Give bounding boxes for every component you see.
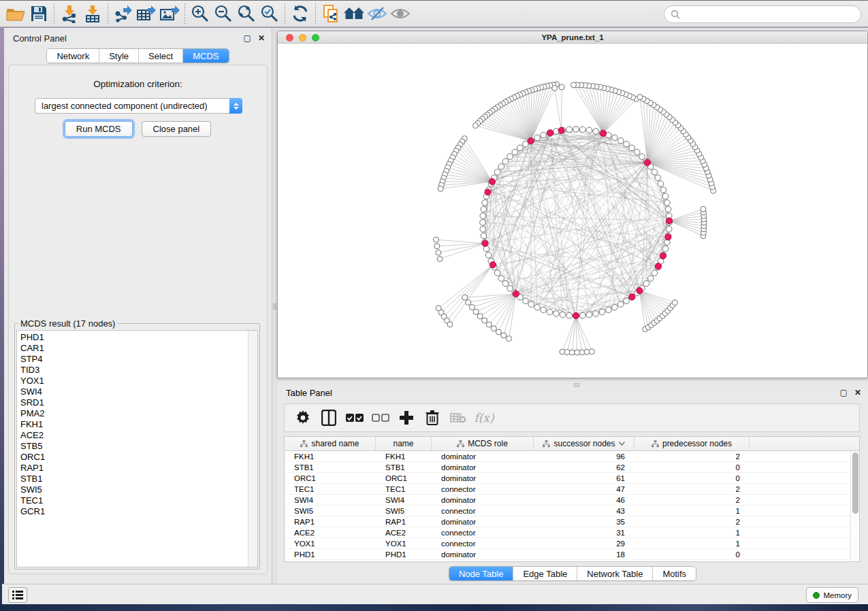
mcds-result-item[interactable]: CAR1 <box>20 343 257 354</box>
float-panel-icon[interactable]: ▢ <box>244 34 251 42</box>
column-header-predecessor-nodes[interactable]: predecessor nodes <box>634 437 750 450</box>
memory-button[interactable]: Memory <box>806 587 858 603</box>
add-button[interactable] <box>393 406 419 429</box>
mcds-result-item[interactable]: TID3 <box>20 365 257 376</box>
table-row[interactable]: ORC1ORC1dominator610 <box>285 473 859 484</box>
unselect-all-icon <box>372 413 389 423</box>
task-history-button[interactable] <box>8 587 27 603</box>
table-row[interactable]: STB1STB1dominator620 <box>285 462 859 473</box>
table-row[interactable]: ACE2ACE2connector311 <box>285 527 859 538</box>
mcds-result-list[interactable]: PHD1CAR1STP4TID3YOX1SWI4SRD1PMA2FKH1ACE2… <box>16 330 258 567</box>
column-header-name[interactable]: name <box>376 437 432 450</box>
table-row[interactable]: SWI5SWI5connector431 <box>285 506 859 516</box>
refresh-button[interactable] <box>289 3 312 24</box>
columns-button[interactable] <box>316 406 342 429</box>
tab-style[interactable]: Style <box>99 49 139 63</box>
run-mcds-button[interactable]: Run MCDS <box>65 121 133 137</box>
vertical-splitter[interactable] <box>272 28 277 584</box>
table-scrollbar[interactable] <box>850 452 859 561</box>
mcds-result-item[interactable]: YOX1 <box>20 376 257 386</box>
mcds-result-item[interactable]: STB5 <box>20 441 257 452</box>
zoom-fit-button[interactable] <box>235 3 258 24</box>
mcds-result-item[interactable]: SWI5 <box>20 484 257 495</box>
table-row[interactable]: FKH1FKH1dominator962 <box>285 451 859 462</box>
unselect-all-button[interactable] <box>368 406 393 429</box>
hide-selected-button[interactable] <box>366 3 389 24</box>
control-panel: Control Panel ▢ ✕ NetworkStyleSelectMCDS… <box>4 28 272 584</box>
float-table-panel-icon[interactable]: ▢ <box>840 389 848 397</box>
mcds-result-item[interactable]: ACE2 <box>20 430 257 441</box>
tab-network-table[interactable]: Network Table <box>577 567 653 580</box>
zoom-out-button[interactable] <box>212 3 235 24</box>
table-cell: 43 <box>534 507 634 515</box>
mcds-result-scrollbar[interactable] <box>248 331 257 567</box>
delete-button[interactable] <box>419 406 445 429</box>
window-maximize-icon[interactable] <box>312 34 319 42</box>
mcds-result-item[interactable]: FKH1 <box>20 419 257 430</box>
mcds-result-item[interactable]: PHD1 <box>20 332 257 343</box>
network-canvas[interactable] <box>278 44 867 378</box>
open-session-button[interactable] <box>4 3 27 24</box>
close-table-panel-icon[interactable]: ✕ <box>854 389 861 397</box>
mcds-result-item[interactable]: TEC1 <box>20 495 257 506</box>
import-table-button[interactable] <box>81 3 104 24</box>
mcds-result-item[interactable]: RAP1 <box>20 463 257 474</box>
window-close-icon[interactable] <box>286 34 293 42</box>
close-panel-button[interactable]: Close panel <box>142 121 212 137</box>
tab-node-table[interactable]: Node Table <box>449 567 514 580</box>
table-cell: ACE2 <box>285 529 376 537</box>
table-cell: FKH1 <box>285 452 376 461</box>
tab-network[interactable]: Network <box>47 49 99 63</box>
close-panel-icon[interactable]: ✕ <box>258 34 265 42</box>
column-header-shared-name[interactable]: shared name <box>285 437 376 450</box>
export-image-button[interactable] <box>158 3 181 24</box>
zoom-in-button[interactable] <box>189 3 212 24</box>
mcds-result-item[interactable]: SRD1 <box>20 397 257 408</box>
table-scrollbar-thumb[interactable] <box>852 452 858 514</box>
optimization-criterion-dropdown[interactable]: largest connected component (undirected) <box>35 98 242 114</box>
control-panel-tabbar: NetworkStyleSelectMCDS <box>46 48 229 63</box>
mcds-result-item[interactable]: STB1 <box>20 474 257 484</box>
show-all-button[interactable] <box>389 3 412 24</box>
table-row[interactable]: RAP1RAP1dominator352 <box>285 516 859 527</box>
import-network-button[interactable] <box>58 3 81 24</box>
tab-motifs[interactable]: Motifs <box>653 567 696 580</box>
gear-button[interactable] <box>290 406 316 429</box>
tab-mcds[interactable]: MCDS <box>183 49 228 63</box>
window-minimize-icon[interactable] <box>299 34 306 42</box>
table-panel: Table Panel ▢ ✕ f(x) shared namenameMCDS… <box>277 384 868 584</box>
tab-edge-table[interactable]: Edge Table <box>513 567 577 580</box>
table-cell: dominator <box>432 496 534 504</box>
mcds-result-item[interactable]: STP4 <box>20 354 257 365</box>
table-row[interactable]: PHD1PHD1dominator180 <box>285 549 859 560</box>
zoom-selected-button[interactable] <box>258 3 281 24</box>
tab-select[interactable]: Select <box>139 49 183 63</box>
mcds-result-item[interactable]: GCR1 <box>20 506 257 517</box>
table-row[interactable]: YOX1YOX1connector291 <box>285 538 859 549</box>
table-row[interactable]: SWI4SWI4dominator462 <box>285 495 859 506</box>
table-cell: RAP1 <box>376 518 432 526</box>
horizontal-splitter-grip[interactable] <box>574 383 579 387</box>
save-session-button[interactable] <box>27 3 50 24</box>
network-graph[interactable] <box>278 44 867 378</box>
mcds-result-item[interactable]: PMA2 <box>20 408 257 419</box>
new-network-from-selection-button[interactable] <box>319 3 342 24</box>
select-all-button[interactable] <box>342 406 368 429</box>
first-neighbors-button[interactable] <box>342 3 366 24</box>
table-row[interactable]: TEC1TEC1connector472 <box>285 484 859 495</box>
mcds-result-item[interactable]: SWI4 <box>20 386 257 397</box>
export-table-button[interactable] <box>135 3 158 24</box>
network-view-window[interactable]: YPA_prune.txt_1 <box>277 31 868 378</box>
node-table[interactable]: shared namenameMCDS rolesuccessor nodesp… <box>284 436 860 562</box>
network-window-titlebar[interactable]: YPA_prune.txt_1 <box>278 31 867 44</box>
search-input[interactable] <box>681 10 861 20</box>
column-header-successor-nodes[interactable]: successor nodes <box>534 437 634 450</box>
column-header-MCDS-role[interactable]: MCDS role <box>432 437 534 450</box>
save-session-icon <box>30 5 48 22</box>
export-network-button[interactable] <box>112 3 135 24</box>
vertical-splitter-grip[interactable] <box>273 303 276 310</box>
search-box[interactable] <box>664 5 861 23</box>
mcds-result-item[interactable]: ORC1 <box>20 452 257 463</box>
table-cell: SWI5 <box>376 507 432 515</box>
table-cell: TEC1 <box>285 485 376 493</box>
